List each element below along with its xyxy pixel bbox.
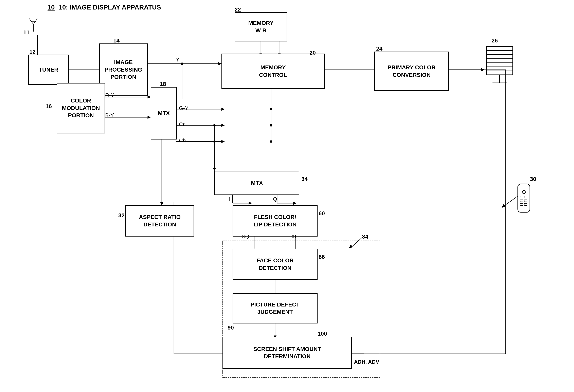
signal-ry: R-Y	[105, 92, 114, 98]
ref-84: 84	[362, 234, 368, 240]
flesh-lip-block: FLESH COLOR/ LIP DETECTION	[233, 205, 318, 236]
ref-34: 34	[301, 176, 308, 182]
svg-marker-8	[148, 96, 151, 98]
signal-xq: XQ	[242, 234, 249, 240]
picture-defect-label: PICTURE DEFECT JUDGEMENT	[251, 301, 300, 316]
aspect-ratio-label: ASPECT RATIO DETECTION	[139, 214, 181, 228]
title-text: 10: IMAGE DISPLAY APPARATUS	[59, 4, 161, 11]
svg-point-62	[270, 124, 272, 127]
svg-marker-37	[249, 202, 252, 205]
svg-point-30	[213, 124, 216, 127]
svg-point-5	[181, 62, 183, 65]
svg-rect-83	[518, 184, 530, 212]
svg-marker-21	[222, 140, 225, 143]
ref-90: 90	[227, 324, 234, 331]
signal-xi: XI	[291, 234, 296, 240]
ref-14: 14	[113, 38, 120, 44]
svg-marker-34	[213, 168, 216, 171]
adh-adv-label: ADH, ADV	[354, 359, 379, 365]
ref-12: 12	[29, 49, 36, 55]
memory-control-block: MEMORY CONTROL	[222, 54, 325, 89]
ref-86: 86	[319, 254, 325, 260]
svg-marker-53	[160, 202, 163, 205]
svg-marker-15	[222, 108, 225, 111]
face-color-label: FACE COLOR DETECTION	[256, 257, 294, 272]
signal-cr: Cr	[179, 121, 184, 128]
svg-rect-85	[520, 196, 523, 198]
primary-color-block: PRIMARY COLOR CONVERSION	[374, 52, 449, 91]
svg-point-61	[270, 108, 272, 110]
ref-32: 32	[118, 212, 124, 219]
image-processing-label: IMAGE PROCESSING PORTION	[104, 59, 142, 81]
ref-60: 60	[319, 210, 325, 217]
signal-y: Y	[176, 57, 179, 63]
face-color-block: FACE COLOR DETECTION	[233, 249, 318, 280]
mtx1-label: MTX	[158, 110, 170, 117]
svg-point-84	[522, 190, 525, 194]
ref-26: 26	[492, 38, 498, 44]
ref-20: 20	[309, 50, 316, 56]
svg-rect-86	[524, 196, 527, 198]
signal-i: I	[228, 196, 230, 202]
memory-control-label: MEMORY CONTROL	[259, 64, 287, 79]
ref-11: 11	[23, 29, 30, 36]
svg-marker-4	[218, 62, 222, 65]
color-modulation-block: COLOR MODULATION PORTION	[57, 83, 105, 134]
svg-rect-87	[520, 200, 523, 202]
color-modulation-label: COLOR MODULATION PORTION	[62, 97, 100, 119]
ref-30: 30	[530, 176, 536, 182]
screen-shift-label: SCREEN SHIFT AMOUNT DETERMINATION	[253, 346, 321, 360]
svg-marker-18	[222, 124, 225, 127]
image-processing-block: IMAGE PROCESSING PORTION	[99, 43, 148, 96]
svg-rect-89	[520, 203, 523, 205]
memory-block: MEMORY W R	[235, 12, 287, 41]
mtx1-block: MTX	[151, 87, 177, 139]
ref-18: 18	[160, 81, 166, 87]
svg-point-31	[213, 140, 216, 143]
memory-label: MEMORY W R	[248, 20, 274, 34]
tuner-label: TUNER	[39, 66, 58, 73]
svg-marker-67	[502, 204, 505, 208]
svg-marker-10	[148, 116, 151, 119]
svg-point-63	[270, 140, 272, 143]
svg-rect-90	[524, 203, 527, 205]
flesh-lip-label: FLESH COLOR/ LIP DETECTION	[254, 214, 297, 228]
screen-shift-block: SCREEN SHIFT AMOUNT DETERMINATION	[223, 337, 352, 369]
mtx2-block: MTX	[214, 171, 299, 195]
picture-defect-block: PICTURE DEFECT JUDGEMENT	[233, 293, 318, 323]
aspect-ratio-block: ASPECT RATIO DETECTION	[125, 205, 194, 236]
display-icon	[484, 42, 519, 97]
tuner-block: TUNER	[28, 55, 69, 85]
ref-16: 16	[45, 103, 52, 110]
ref-22: 22	[235, 6, 241, 13]
svg-rect-88	[524, 200, 527, 202]
signal-q: Q	[273, 196, 277, 202]
ref-24: 24	[376, 45, 383, 52]
signal-gy: G-Y	[179, 105, 188, 111]
svg-marker-40	[293, 202, 296, 205]
ref-100: 100	[318, 331, 327, 337]
svg-marker-29	[481, 68, 484, 71]
signal-by: B-Y	[105, 112, 114, 118]
title-underline: 10	[47, 4, 55, 11]
signal-cb: Cb	[179, 137, 186, 144]
remote-control-icon	[512, 182, 536, 222]
mtx2-label: MTX	[251, 179, 263, 187]
primary-color-label: PRIMARY COLOR CONVERSION	[388, 64, 435, 79]
